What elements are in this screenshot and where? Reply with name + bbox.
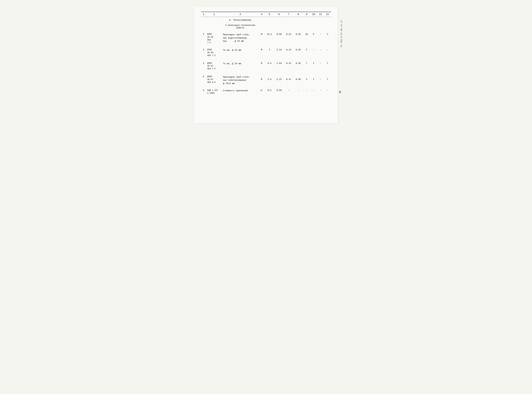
- row-3-col7: 0,2I: [284, 58, 294, 71]
- row-1-col6: 0,86: [274, 31, 284, 45]
- row-1-col12: 5: [324, 31, 331, 45]
- row-4-desc: Прокладка труб сталь-ных электросварныхД…: [222, 71, 258, 86]
- col-header-4: 4: [258, 12, 265, 17]
- row-3-col5: 6,5: [265, 58, 274, 71]
- section-b-header: Б. Теплоснабжение: [201, 17, 331, 22]
- col-header-2: 2: [206, 12, 222, 17]
- row-5-col5: 0,5: [265, 86, 274, 96]
- row-3-desc: То же, Д 25 мм: [222, 58, 258, 71]
- row-4-num: 4: [201, 71, 206, 86]
- col-header-9: 9: [303, 12, 310, 17]
- row-2-col9: I: [303, 45, 310, 58]
- col-header-3: 3: [222, 12, 258, 17]
- row-2-col10: –: [310, 45, 317, 58]
- table-header-row: I 2 3 4 5 6 7 8 9 IO II I2: [201, 12, 331, 17]
- row-1-desc: Прокладка труб сталь-ных водогазопровод-…: [222, 31, 258, 45]
- row-1-col8: 0,0I: [294, 31, 303, 45]
- side-text-top: Тп 704-4-37.86 лл 17: [341, 20, 343, 47]
- row-4-col11: –: [317, 71, 324, 86]
- row-1-col10: 5: [310, 31, 317, 45]
- row-4-code: ЕРЕРI6-67ЗСН 8-2: [206, 71, 222, 86]
- table-row: 4 ЕРЕРI6-67ЗСН 8-2 Прокладка труб сталь-…: [201, 71, 331, 86]
- row-3-col8: 0,0I: [294, 58, 303, 71]
- row-3-col11: –: [317, 58, 324, 71]
- col-header-1: I: [201, 12, 206, 17]
- row-5-col11: –: [317, 86, 324, 96]
- col-header-12: I2: [324, 12, 331, 17]
- section-1-title: I.Санитарно-технические работы: [222, 22, 258, 31]
- row-1-unit: М: [258, 31, 265, 45]
- row-3-code: ЕРЕРI6-37ЗСН 7-I: [206, 58, 222, 71]
- col-header-10: IO: [310, 12, 317, 17]
- col-header-6: 6: [274, 12, 284, 17]
- table-row: 2 ЕРЕРI6-38ЗСН 7-I То же, Д 32 мм М I I,…: [201, 45, 331, 58]
- row-3-col6: I,03: [274, 58, 284, 71]
- row-3-col10: I: [310, 58, 317, 71]
- row-2-col5: I: [265, 45, 274, 58]
- table-row: 3 ЕРЕРI6-37ЗСН 7-I То же, Д 25 мм М 6,5 …: [201, 58, 331, 71]
- row-4-col7: 0,47: [284, 71, 294, 86]
- table-row: I ЕРЕРI6-35ЗСН7-I Прокладка труб сталь-н…: [201, 31, 331, 45]
- row-5-unit: кг: [258, 86, 265, 96]
- row-5-col7: –: [284, 86, 294, 96]
- main-table: I 2 3 4 5 6 7 8 9 IO II I2 Б. Теплоснабж…: [201, 12, 331, 96]
- row-5-col9: –: [303, 86, 310, 96]
- section-1-header: I.Санитарно-технические работы: [201, 22, 331, 31]
- row-3-col12: I: [324, 58, 331, 71]
- row-5-col12: –: [324, 86, 331, 96]
- col-header-5: 5: [265, 12, 274, 17]
- row-1-col7: 0,2I: [284, 31, 294, 45]
- row-5-num: 5: [201, 86, 206, 96]
- row-4-unit: М: [258, 71, 265, 86]
- row-3-col9: 7: [303, 58, 310, 71]
- row-4-col9: 3: [303, 71, 310, 86]
- row-5-desc: Стоимость креплений: [222, 86, 258, 96]
- page: Тп 704-4-37.86 лл 17 55 I 2 3 4 5 6 7 8 …: [194, 7, 338, 124]
- row-4-col8: 0,05: [294, 71, 303, 86]
- table-row: 5 СЦМ ч.IIIп.2305 Стоимость креплений кг…: [201, 86, 331, 96]
- row-3-num: 3: [201, 58, 206, 71]
- col-header-8: 8: [294, 12, 303, 17]
- row-3-unit: М: [258, 58, 265, 71]
- row-2-col8: 0,0I: [294, 45, 303, 58]
- section-b-title: Б. Теплоснабжение: [222, 17, 258, 22]
- row-2-col7: 0,2I: [284, 45, 294, 58]
- row-2-col6: I,I4: [274, 45, 284, 58]
- row-5-code: СЦМ ч.IIIп.2305: [206, 86, 222, 96]
- row-2-code: ЕРЕРI6-38ЗСН 7-I: [206, 45, 222, 58]
- row-2-col12: –: [324, 45, 331, 58]
- row-1-col5: 23,4: [265, 31, 274, 45]
- row-2-desc: То же, Д 32 мм: [222, 45, 258, 58]
- row-1-col11: –: [317, 31, 324, 45]
- row-1-num: I: [201, 31, 206, 45]
- row-4-col10: I: [310, 71, 317, 86]
- row-2-unit: М: [258, 45, 265, 58]
- row-2-col11: –: [317, 45, 324, 58]
- row-4-col6: 2,2I: [274, 71, 284, 86]
- row-1-code: ЕРЕРI6-35ЗСН7-I: [206, 31, 222, 45]
- row-2-num: 2: [201, 45, 206, 58]
- row-5-col8: –: [294, 86, 303, 96]
- side-text-bottom: 55: [339, 91, 341, 93]
- row-5-col6: 0,59: [274, 86, 284, 96]
- row-5-col10: –: [310, 86, 317, 96]
- row-4-col5: I,5: [265, 71, 274, 86]
- col-header-7: 7: [284, 12, 294, 17]
- col-header-11: II: [317, 12, 324, 17]
- row-1-col9: 20: [303, 31, 310, 45]
- row-4-col12: I: [324, 71, 331, 86]
